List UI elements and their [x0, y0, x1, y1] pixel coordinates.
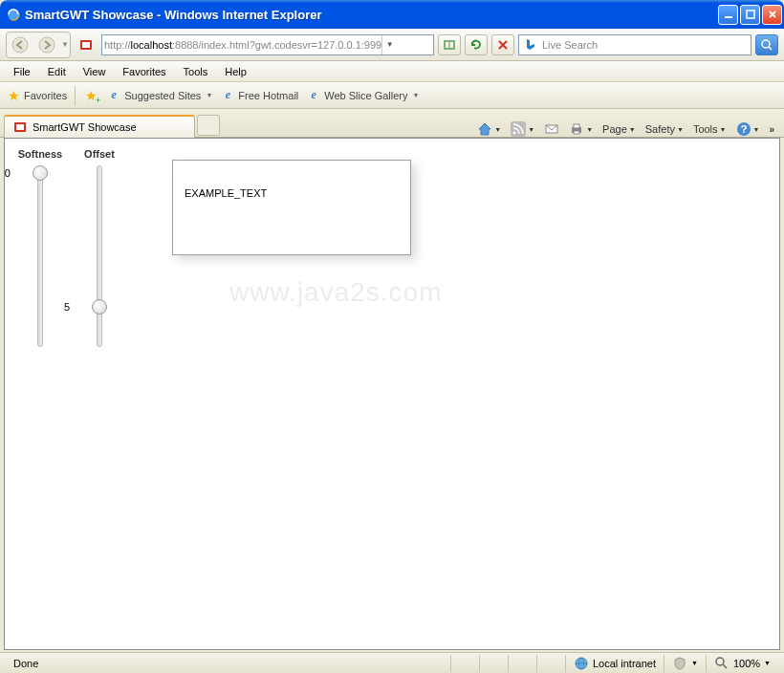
zoom-control[interactable]: 100% ▼: [706, 655, 778, 672]
refresh-button[interactable]: [465, 34, 488, 55]
star-icon: ★: [6, 88, 21, 103]
separator: [75, 86, 76, 105]
maximize-button[interactable]: [740, 5, 760, 25]
svg-point-9: [762, 40, 770, 48]
search-placeholder: Live Search: [542, 39, 598, 51]
tab-label: SmartGWT Showcase: [33, 121, 137, 133]
status-pane: [508, 655, 536, 672]
nav-history-dropdown[interactable]: ▼: [60, 33, 70, 57]
status-pane: [479, 655, 508, 672]
stop-button[interactable]: [491, 34, 514, 55]
url-dropdown[interactable]: ▼: [381, 35, 397, 54]
favorites-button[interactable]: ★Favorites: [6, 88, 67, 103]
minimize-button[interactable]: [718, 5, 738, 25]
softness-slider[interactable]: 10: [12, 165, 68, 357]
menu-label: Safety: [645, 123, 675, 135]
svg-point-4: [12, 37, 28, 53]
home-icon: [477, 121, 492, 137]
svg-text:?: ?: [740, 123, 747, 135]
command-bar: ▼ ▼ ▼ Page▼ Safety▼ Tools▼ ?▼ »: [477, 121, 780, 137]
window-title: SmartGWT Showcase - Windows Internet Exp…: [25, 8, 718, 22]
tab-bar: SmartGWT Showcase ▼ ▼ ▼ Page▼ Safety▼ To…: [0, 109, 784, 138]
back-forward-group: ▼: [6, 32, 71, 58]
ie-page-icon: e: [106, 88, 121, 103]
favorites-label: Favorites: [24, 90, 67, 101]
star-add-icon: ★+: [83, 88, 98, 103]
shield-icon: [672, 656, 687, 671]
chevron-down-icon: ▼: [206, 92, 212, 98]
overflow-button[interactable]: »: [769, 124, 774, 135]
forward-button[interactable]: [33, 33, 60, 57]
navigation-toolbar: ▼ http://localhost:8888/index.html?gwt.c…: [0, 29, 784, 61]
tab-active[interactable]: SmartGWT Showcase: [4, 115, 195, 138]
url-text: http://localhost:8888/index.html?gwt.cod…: [104, 39, 381, 51]
link-label: Web Slice Gallery: [324, 90, 407, 101]
favorites-bar: ★Favorites ★+ eSuggested Sites▼ eFree Ho…: [0, 82, 784, 109]
new-tab-button[interactable]: [197, 115, 220, 136]
offset-thumb[interactable]: [92, 299, 107, 315]
print-icon: [569, 121, 584, 137]
softness-slider-column: Softness 10: [12, 148, 68, 357]
search-bar[interactable]: Live Search: [518, 34, 751, 55]
svg-rect-11: [16, 124, 24, 130]
feeds-button[interactable]: ▼: [511, 121, 534, 137]
svg-rect-17: [574, 131, 579, 134]
watermark-text: www.java2s.com: [229, 277, 443, 308]
free-hotmail-link[interactable]: eFree Hotmail: [220, 88, 298, 103]
menu-bar: File Edit View Favorites Tools Help: [0, 61, 784, 82]
window-buttons: [718, 5, 782, 25]
page-content: Softness 10 Offset 5 EXAMPLE_TEXT www.ja…: [4, 138, 780, 650]
address-bar[interactable]: http://localhost:8888/index.html?gwt.cod…: [101, 34, 434, 55]
page-menu[interactable]: Page▼: [602, 123, 636, 135]
menu-help[interactable]: Help: [217, 64, 254, 79]
search-button[interactable]: [755, 34, 778, 55]
example-shadow-box: EXAMPLE_TEXT: [172, 160, 411, 255]
ie-page-icon: e: [306, 88, 321, 103]
softness-value: 10: [4, 167, 11, 179]
status-pane: [536, 655, 565, 672]
showcase-panel: Softness 10 Offset 5 EXAMPLE_TEXT www.ja…: [5, 139, 779, 649]
back-button[interactable]: [7, 33, 33, 57]
help-button[interactable]: ?▼: [736, 121, 760, 137]
link-label: Free Hotmail: [238, 90, 298, 101]
menu-tools[interactable]: Tools: [176, 64, 216, 79]
menu-label: Page: [602, 123, 627, 135]
bing-icon: [523, 37, 538, 53]
menu-label: Tools: [693, 123, 718, 135]
svg-rect-7: [82, 42, 90, 48]
close-button[interactable]: [762, 5, 782, 25]
svg-point-13: [513, 132, 516, 135]
offset-value: 5: [54, 301, 70, 313]
zone-label: Local intranet: [593, 658, 656, 669]
add-favorite-button[interactable]: ★+: [83, 88, 98, 103]
zoom-icon: [714, 656, 730, 671]
chevron-down-icon: ▼: [764, 660, 771, 666]
offset-label: Offset: [72, 148, 127, 160]
offset-slider[interactable]: 5: [72, 165, 127, 357]
chevron-down-icon: ▼: [413, 92, 420, 98]
mail-icon: [544, 121, 559, 137]
safety-menu[interactable]: Safety▼: [645, 123, 684, 135]
example-text: EXAMPLE_TEXT: [185, 187, 267, 199]
home-button[interactable]: ▼: [477, 121, 501, 137]
print-button[interactable]: ▼: [569, 121, 593, 137]
rss-icon: [511, 121, 526, 137]
link-label: Suggested Sites: [124, 90, 201, 101]
suggested-sites-link[interactable]: eSuggested Sites▼: [106, 88, 212, 103]
security-zone[interactable]: Local intranet: [565, 655, 664, 672]
menu-edit[interactable]: Edit: [40, 64, 74, 79]
zoom-label: 100%: [733, 658, 760, 669]
tools-menu[interactable]: Tools▼: [693, 123, 727, 135]
menu-favorites[interactable]: Favorites: [115, 64, 173, 79]
svg-point-5: [39, 37, 54, 53]
read-mail-button[interactable]: [544, 121, 559, 137]
protected-mode[interactable]: ▼: [664, 655, 706, 672]
compat-view-button[interactable]: [438, 34, 461, 55]
menu-file[interactable]: File: [6, 64, 38, 79]
status-text: Done: [6, 655, 450, 672]
softness-thumb[interactable]: [33, 165, 48, 181]
help-icon: ?: [736, 121, 751, 137]
web-slice-gallery-link[interactable]: eWeb Slice Gallery▼: [306, 88, 419, 103]
menu-view[interactable]: View: [76, 64, 114, 79]
page-favicon: [78, 37, 94, 53]
